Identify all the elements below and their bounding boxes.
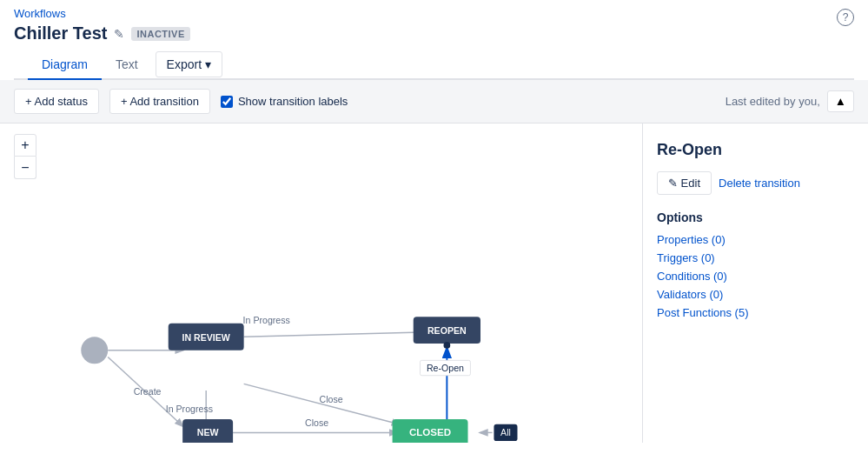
zoom-out-button[interactable]: − [14,157,36,179]
start-node [81,337,108,364]
breadcrumb[interactable]: Workflows [14,7,854,20]
option-link-post-functions[interactable]: Post Functions (5) [657,306,854,319]
option-link-validators[interactable]: Validators (0) [657,288,854,301]
svg-text:CLOSED: CLOSED [409,427,451,437]
option-link-triggers[interactable]: Triggers (0) [657,251,854,264]
page-title: Chiller Test [14,23,107,43]
svg-text:IN REVIEW: IN REVIEW [182,332,229,343]
svg-text:All: All [500,427,511,437]
last-edited-text: Last edited by you, [726,95,820,108]
options-list: Properties (0)Triggers (0)Conditions (0)… [657,233,854,319]
svg-text:In Progress: In Progress [243,315,290,325]
svg-text:In Progress: In Progress [166,404,213,414]
show-labels-toggle[interactable]: Show transition labels [221,95,348,108]
option-link-properties[interactable]: Properties (0) [657,233,854,246]
tab-diagram[interactable]: Diagram [28,50,102,80]
tab-text[interactable]: Text [102,50,152,80]
edit-icon[interactable]: ✎ [114,27,124,41]
add-status-button[interactable]: + Add status [14,89,99,114]
svg-text:Close: Close [320,394,343,404]
svg-text:REOPEN: REOPEN [427,325,467,336]
zoom-in-button[interactable]: + [14,134,36,157]
svg-text:NEW: NEW [197,427,219,437]
svg-point-13 [444,342,451,349]
show-labels-text: Show transition labels [238,95,348,108]
options-title: Options [657,210,854,224]
chevron-down-icon: ▾ [205,57,211,71]
add-transition-button[interactable]: + Add transition [109,89,210,114]
edit-transition-button[interactable]: ✎ Edit [657,171,712,195]
svg-line-1 [244,332,439,337]
svg-text:Create: Create [134,386,162,397]
panel-title: Re-Open [657,141,854,159]
svg-text:Close: Close [305,417,328,428]
collapse-button[interactable]: ▲ [827,90,854,112]
option-link-conditions[interactable]: Conditions (0) [657,270,854,283]
svg-text:Re-Open: Re-Open [427,363,464,373]
delete-transition-button[interactable]: Delete transition [719,172,800,194]
help-icon[interactable]: ? [837,9,854,26]
export-button[interactable]: Export ▾ [156,51,222,77]
inactive-badge: INACTIVE [131,27,189,41]
side-panel: Re-Open ✎ Edit Delete transition Options… [642,124,868,443]
